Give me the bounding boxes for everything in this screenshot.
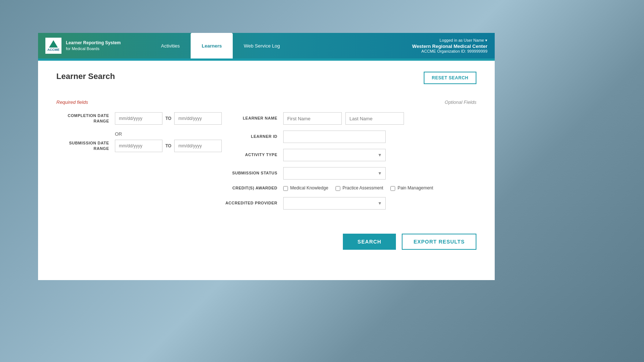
first-name-input[interactable] xyxy=(283,112,342,125)
learner-name-label: LEARNER NAME xyxy=(225,116,283,121)
reset-search-button[interactable]: RESET SEARCH xyxy=(424,72,476,84)
header: ACCME Learner Reporting System for Medic… xyxy=(38,33,495,59)
logged-in-text[interactable]: Logged in as User Name ▾ xyxy=(439,38,487,43)
user-section: Logged in as User Name ▾ Western Regiona… xyxy=(400,33,495,59)
logo-triangle-icon xyxy=(49,40,58,48)
accredited-provider-select[interactable] xyxy=(283,197,386,210)
practice-assessment-checkbox-item[interactable]: Practice Assessment xyxy=(336,185,383,191)
completion-from-input[interactable] xyxy=(115,112,162,125)
nav-tab-learners[interactable]: Learners xyxy=(191,33,233,59)
submission-to-input[interactable] xyxy=(174,140,222,152)
submission-status-select[interactable] xyxy=(283,167,386,180)
name-inputs xyxy=(283,112,404,125)
submission-from-input[interactable] xyxy=(115,140,162,152)
activity-type-wrapper: ▼ xyxy=(283,149,386,161)
to-label-2: TO xyxy=(165,143,171,148)
practice-assessment-checkbox[interactable] xyxy=(336,186,340,191)
last-name-input[interactable] xyxy=(345,112,404,125)
logo-title: Learner Reporting System xyxy=(66,40,121,46)
logo-section: ACCME Learner Reporting System for Medic… xyxy=(38,33,128,59)
org-name: Western Regional Medical Center xyxy=(412,44,487,49)
credits-awarded-label: CREDIT(S) AWARDED xyxy=(225,185,283,191)
submission-date-inputs: TO xyxy=(115,140,222,152)
submission-date-label: SUBMISSION DATE RANGE xyxy=(56,140,115,152)
medical-knowledge-label: Medical Knowledge xyxy=(290,185,328,191)
accredited-provider-row: ACCREDITED PROVIDER ▼ xyxy=(225,197,476,210)
activity-type-label: ACTIVITY TYPE xyxy=(225,152,283,158)
logo-box: ACCME xyxy=(45,38,61,54)
completion-date-row: COMPLETION DATE RANGE TO xyxy=(56,112,195,125)
pain-management-label: Pain Management xyxy=(397,185,433,191)
form-container: Required fields COMPLETION DATE RANGE TO… xyxy=(56,99,476,215)
completion-date-label: COMPLETION DATE RANGE xyxy=(56,113,115,124)
pain-management-checkbox[interactable] xyxy=(390,186,395,191)
required-fields-label: Required fields xyxy=(56,99,195,105)
left-section: Required fields COMPLETION DATE RANGE TO… xyxy=(56,99,195,215)
medical-knowledge-checkbox-item[interactable]: Medical Knowledge xyxy=(283,185,328,191)
submission-date-row: SUBMISSION DATE RANGE TO xyxy=(56,140,195,152)
accme-logo-text: ACCME xyxy=(48,48,60,52)
submission-status-label: SUBMISSION STATUS xyxy=(225,170,283,176)
accredited-provider-wrapper: ▼ xyxy=(283,197,386,210)
activity-type-row: ACTIVITY TYPE ▼ xyxy=(225,149,476,161)
export-results-button[interactable]: EXPORT RESULTS xyxy=(402,234,476,250)
or-label: OR xyxy=(115,131,195,137)
activity-type-select[interactable] xyxy=(283,149,386,161)
logo-subtitle: for Medical Boards xyxy=(66,46,121,52)
page-title: Learner Search xyxy=(56,72,476,81)
search-button[interactable]: SEARCH xyxy=(343,234,396,250)
org-id-value: 999999999 xyxy=(467,49,487,53)
completion-to-input[interactable] xyxy=(174,112,222,125)
optional-fields-label: Optional Fields xyxy=(225,99,476,105)
accredited-provider-label: ACCREDITED PROVIDER xyxy=(225,200,283,206)
completion-date-inputs: TO xyxy=(115,112,222,125)
right-section: Optional Fields LEARNER NAME LEARNER ID xyxy=(225,99,476,215)
action-buttons: SEARCH EXPORT RESULTS xyxy=(56,234,476,250)
learner-id-row: LEARNER ID xyxy=(225,131,476,143)
credits-awarded-row: CREDIT(S) AWARDED Medical Knowledge Prac… xyxy=(225,185,476,191)
org-id-label: ACCME Organization ID: xyxy=(422,49,466,53)
nav-tab-webservice[interactable]: Web Service Log xyxy=(233,33,291,59)
credits-checkbox-group: Medical Knowledge Practice Assessment Pa… xyxy=(283,185,433,191)
pain-management-checkbox-item[interactable]: Pain Management xyxy=(390,185,433,191)
to-label-1: TO xyxy=(165,116,171,121)
submission-status-wrapper: ▼ xyxy=(283,167,386,180)
logo-text: Learner Reporting System for Medical Boa… xyxy=(66,40,121,52)
content-area: RESET SEARCH Learner Search Required fie… xyxy=(38,61,495,280)
medical-knowledge-checkbox[interactable] xyxy=(283,186,288,191)
learner-id-label: LEARNER ID xyxy=(225,134,283,139)
submission-status-row: SUBMISSION STATUS ▼ xyxy=(225,167,476,180)
practice-assessment-label: Practice Assessment xyxy=(342,185,383,191)
title-row: RESET SEARCH Learner Search xyxy=(56,72,476,92)
app-wrapper: ACCME Learner Reporting System for Medic… xyxy=(38,33,495,280)
learner-name-row: LEARNER NAME xyxy=(225,112,476,125)
learner-id-input[interactable] xyxy=(283,131,386,143)
nav-tab-activities[interactable]: Activities xyxy=(150,33,191,59)
org-id: ACCME Organization ID: 999999999 xyxy=(422,49,487,53)
nav-section: Activities Learners Web Service Log xyxy=(128,33,400,59)
